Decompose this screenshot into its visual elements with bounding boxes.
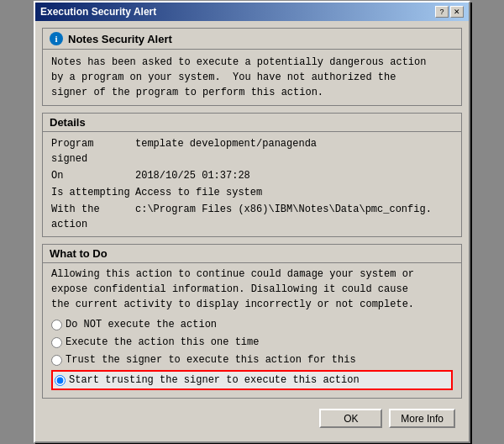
close-button[interactable]: ✕ — [450, 6, 464, 18]
details-table: Program signed template development/pana… — [43, 132, 461, 236]
details-value-action: c:\Program Files (x86)\IBM\Notes\Data\pm… — [135, 202, 432, 232]
details-row-on: On 2018/10/25 01:37:28 — [51, 167, 453, 184]
radio-label-do-not-execute[interactable]: Do NOT execute the action — [66, 317, 217, 332]
help-button[interactable]: ? — [435, 6, 449, 18]
notes-alert-header: i Notes Security Alert — [43, 29, 461, 50]
details-row-program: Program signed template development/pana… — [51, 135, 453, 167]
details-value-on: 2018/10/25 01:37:28 — [135, 168, 250, 183]
radio-label-execute-once[interactable]: Execute the action this one time — [66, 335, 259, 350]
radio-trust-this-action[interactable] — [51, 355, 62, 366]
radio-options: Do NOT execute the action Execute the ac… — [51, 317, 453, 390]
title-bar: Execution Security Alert ? ✕ — [35, 3, 469, 21]
details-value-attempting: Access to file system — [135, 185, 262, 200]
details-value-program: template development/panagenda — [135, 136, 317, 166]
more-info-button[interactable]: More Info — [389, 409, 455, 428]
notes-alert-title: Notes Security Alert — [68, 33, 172, 45]
dialog-content: i Notes Security Alert Notes has been as… — [35, 21, 469, 441]
details-section: Details Program signed template developm… — [42, 113, 462, 237]
details-header: Details — [43, 114, 461, 132]
title-bar-controls: ? ✕ — [435, 6, 464, 18]
what-to-do-body: Allowing this action to continue could d… — [43, 263, 461, 398]
radio-option-2: Execute the action this one time — [51, 335, 453, 350]
radio-start-trusting[interactable] — [55, 375, 66, 386]
details-label-on: On — [51, 168, 135, 183]
notes-alert-message: Notes has been asked to execute a potent… — [51, 56, 426, 98]
radio-option-4: Start trusting the signer to execute thi… — [51, 370, 453, 390]
what-to-do-message: Allowing this action to continue could d… — [51, 268, 414, 310]
notes-security-alert-section: i Notes Security Alert Notes has been as… — [42, 28, 462, 106]
dialog-title: Execution Security Alert — [40, 6, 156, 18]
details-row-action: With the action c:\Program Files (x86)\I… — [51, 201, 453, 233]
execution-security-alert-dialog: Execution Security Alert ? ✕ i Notes Sec… — [34, 1, 470, 443]
alert-icon: i — [50, 32, 63, 45]
radio-execute-once[interactable] — [51, 337, 62, 348]
radio-label-trust-this-action[interactable]: Trust the signer to execute this action … — [66, 352, 356, 367]
what-to-do-header: What to Do — [43, 245, 461, 263]
details-label-program: Program signed — [51, 136, 135, 166]
radio-do-not-execute[interactable] — [51, 320, 62, 330]
ok-button[interactable]: OK — [319, 409, 382, 428]
details-label-attempting: Is attempting — [51, 185, 135, 200]
radio-label-start-trusting[interactable]: Start trusting the signer to execute thi… — [69, 373, 360, 388]
details-label-action: With the action — [51, 202, 135, 232]
notes-alert-body: Notes has been asked to execute a potent… — [43, 50, 461, 105]
button-row: OK More Info — [42, 405, 462, 435]
radio-option-1: Do NOT execute the action — [51, 317, 453, 332]
details-row-attempting: Is attempting Access to file system — [51, 184, 453, 201]
what-to-do-section: What to Do Allowing this action to conti… — [42, 244, 462, 399]
radio-option-3: Trust the signer to execute this action … — [51, 352, 453, 367]
